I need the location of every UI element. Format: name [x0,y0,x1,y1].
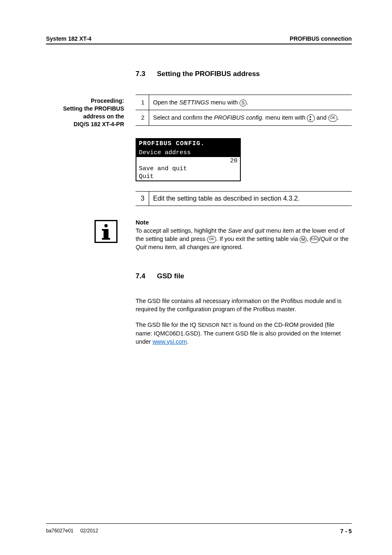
page-number: 7 - 5 [340,528,352,534]
key-m-icon: M [300,236,307,243]
lcd-screenshot: PROFIBUS CONFIG. Device address 20 Save … [136,138,241,181]
paragraph: The GSD file contains all necessary info… [136,297,352,314]
footer-date: 02/2012 [80,528,98,534]
steps-table-top: 1 Open the SETTINGS menu with S. 2 Selec… [136,95,352,126]
paragraph: The GSD file for the IQ SENSOR NET is fo… [136,321,352,346]
steps-table-bottom: 3 Edit the setting table as described in… [136,191,352,206]
header-right: PROFIBUS connection [290,35,352,42]
lcd-row: Save and quit [136,165,240,173]
step-text: Edit the setting table as described in s… [149,191,352,206]
note-heading: Note [136,218,352,227]
step-number: 1 [136,95,149,110]
sidebar-line-3: address on the [46,113,124,120]
table-row: 1 Open the SETTINGS menu with S. [136,95,352,110]
key-ok-icon: OK [207,236,216,243]
footer-rule [46,523,352,524]
table-row: 2 Select and confirm the PROFIBUS config… [136,110,352,126]
section-7-3-number: 7.3 [136,70,157,78]
section-7-4-heading: 7.4GSD file [136,272,352,280]
key-esc-icon: ESC [310,236,319,243]
info-icon [95,220,118,243]
lcd-row: Quit [136,173,240,180]
header-rule [46,44,352,44]
section-7-3-title: Setting the PROFIBUS address [157,70,260,78]
step-number: 2 [136,110,149,126]
sidebar-proceeding: Proceeding: Setting the PROFIBUS address… [46,95,136,128]
step-text: Select and confirm the PROFIBUS config. … [149,110,352,126]
header-left: System 182 XT-4 [46,35,92,42]
lcd-value-row: 20 [136,157,240,165]
footer-doc-id: ba76027e01 [46,528,74,534]
sidebar-line-4: DIQ/S 182 XT-4-PR [46,120,124,128]
key-updown-icon [307,114,315,122]
sidebar-line-2: Setting the PROFIBUS [46,105,124,113]
step-text: Open the SETTINGS menu with S. [149,95,352,110]
step-number: 3 [136,191,149,206]
lcd-value: 20 [230,157,238,164]
section-7-3-heading: 7.3Setting the PROFIBUS address [136,70,352,78]
key-s-icon: S [240,99,247,106]
sidebar-line-1: Proceeding: [46,97,124,105]
lcd-highlighted-row: Device address [136,148,240,157]
lcd-title: PROFIBUS CONFIG. [136,139,240,148]
section-7-4-title: GSD file [157,272,184,280]
table-row: 3 Edit the setting table as described in… [136,191,352,206]
ysi-link[interactable]: www.ysi.com [152,338,187,345]
key-ok-icon: OK [328,115,337,122]
section-7-4-number: 7.4 [136,272,157,280]
note-text: Note To accept all settings, highlight t… [136,218,352,252]
